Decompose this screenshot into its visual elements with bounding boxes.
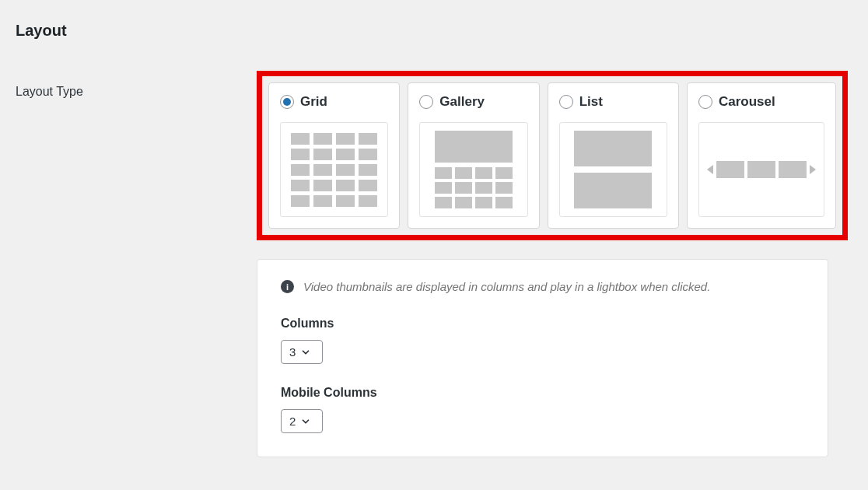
layout-option-list[interactable]: List	[548, 82, 679, 229]
carousel-preview-icon	[698, 122, 824, 217]
layout-option-grid[interactable]: Grid	[268, 82, 400, 229]
list-preview-icon	[559, 122, 667, 217]
layout-option-label: Grid	[300, 94, 327, 110]
mobile-columns-select[interactable]: 2	[281, 409, 323, 433]
grid-preview-icon	[280, 122, 388, 217]
columns-label: Columns	[281, 317, 804, 331]
chevron-down-icon	[300, 347, 311, 358]
layout-option-gallery[interactable]: Gallery	[408, 82, 539, 229]
layout-type-row: Layout Type Grid	[16, 71, 852, 240]
layout-option-label: Carousel	[719, 94, 775, 110]
carousel-left-arrow-icon	[707, 165, 713, 174]
layout-description: Video thumbnails are displayed in column…	[303, 280, 710, 293]
mobile-columns-label: Mobile Columns	[281, 386, 804, 400]
layout-options-highlight: Grid Gallery	[257, 71, 848, 240]
layout-option-carousel[interactable]: Carousel	[687, 82, 836, 229]
section-title: Layout	[16, 22, 852, 40]
layout-option-label: Gallery	[439, 94, 485, 110]
carousel-right-arrow-icon	[810, 165, 816, 174]
radio-gallery[interactable]	[419, 95, 433, 109]
columns-select[interactable]: 3	[281, 340, 323, 364]
gallery-preview-icon	[419, 122, 527, 217]
radio-carousel[interactable]	[698, 95, 712, 109]
chevron-down-icon	[300, 416, 311, 427]
columns-value: 3	[289, 345, 296, 359]
radio-list[interactable]	[559, 95, 573, 109]
layout-type-label: Layout Type	[16, 71, 257, 99]
layout-details-panel: i Video thumbnails are displayed in colu…	[257, 259, 828, 457]
info-icon: i	[281, 280, 294, 293]
mobile-columns-value: 2	[289, 415, 296, 428]
layout-option-label: List	[579, 94, 603, 110]
radio-grid[interactable]	[280, 95, 294, 109]
